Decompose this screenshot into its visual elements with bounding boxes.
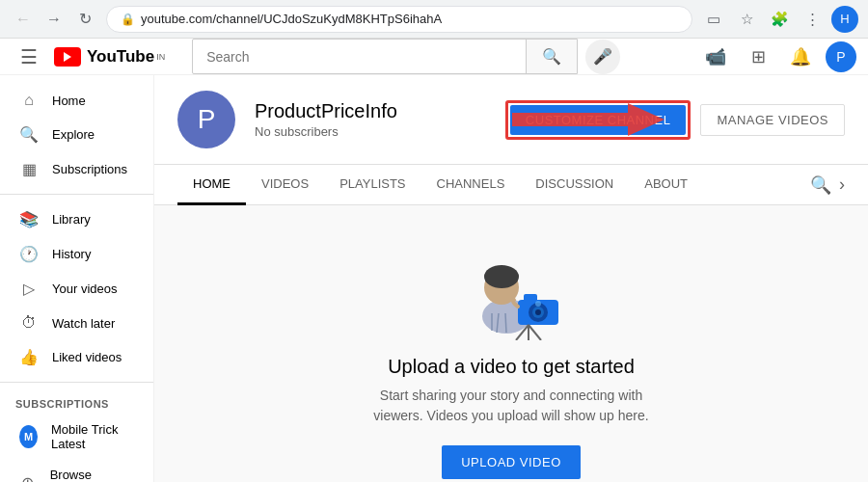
top-nav-right: 📹 ⊞ 🔔 P — [698, 40, 856, 74]
top-nav-left: ☰ YouTubeIN — [12, 40, 165, 74]
notifications-button[interactable]: 🔔 — [783, 40, 818, 74]
sidebar-item-explore-label: Explore — [52, 127, 95, 142]
upload-title: Upload a video to get started — [388, 356, 635, 378]
sidebar-item-explore[interactable]: 🔍 Explore — [4, 118, 149, 151]
svg-point-15 — [535, 301, 541, 307]
sidebar-item-watch-later-label: Watch later — [52, 316, 115, 331]
channel-tabs: HOME VIDEOS PLAYLISTS CHANNELS DISCUSSIO… — [154, 165, 868, 205]
watch-later-icon: ⏱ — [19, 314, 39, 332]
youtube-logo-icon — [54, 47, 81, 67]
lock-icon: 🔒 — [121, 13, 135, 26]
sidebar-item-liked-videos[interactable]: 👍 Liked videos — [4, 340, 149, 374]
subscriptions-section-title: SUBSCRIPTIONS — [0, 390, 153, 414]
search-input[interactable] — [193, 41, 526, 72]
user-profile-avatar[interactable]: P — [826, 41, 856, 72]
svg-marker-0 — [512, 103, 665, 136]
cast-button[interactable]: ▭ — [700, 6, 727, 33]
add-icon: ⊕ — [19, 473, 37, 483]
browser-chrome: ← → ↻ 🔒 youtube.com/channel/UCJdoSzuKydM… — [0, 0, 868, 39]
youtube-logo[interactable]: YouTubeIN — [54, 47, 165, 67]
your-videos-icon: ▷ — [19, 280, 39, 298]
sidebar-item-mobile-trick[interactable]: M Mobile Trick Latest — [4, 415, 149, 459]
app-body: ⌂ Home 🔍 Explore ▦ Subscriptions 📚 Libra… — [0, 75, 868, 482]
sidebar-item-browse-channels[interactable]: ⊕ Browse channels — [4, 460, 149, 482]
tab-videos[interactable]: VIDEOS — [246, 165, 324, 205]
search-area: 🔍 🎤 — [192, 39, 620, 74]
tab-more-icon[interactable]: › — [839, 174, 845, 195]
apps-button[interactable]: ⊞ — [741, 40, 775, 74]
browser-profile-avatar[interactable]: H — [831, 6, 858, 33]
channel-header: P ProductPriceInfo No subscribers CUSTOM… — [154, 75, 868, 165]
create-video-button[interactable]: 📹 — [698, 40, 733, 74]
sidebar-item-your-videos-label: Your videos — [52, 281, 117, 296]
svg-line-11 — [529, 325, 541, 340]
channel-actions: CUSTOMIZE CHANNEL MANAGE VIDEOS — [505, 100, 845, 140]
address-bar[interactable]: 🔒 youtube.com/channel/UCJdoSzuKydM8KHTpS… — [106, 6, 692, 33]
channel-subscribers: No subscribers — [255, 124, 486, 139]
reload-button[interactable]: ↻ — [71, 6, 98, 33]
sidebar-item-subscriptions-label: Subscriptions — [52, 162, 127, 176]
youtube-logo-super: IN — [156, 52, 165, 62]
top-navigation: ☰ YouTubeIN 🔍 🎤 📹 ⊞ 🔔 P — [0, 39, 868, 75]
sidebar-item-home-label: Home — [52, 94, 86, 108]
upload-illustration — [448, 244, 574, 340]
subscriptions-icon: ▦ — [19, 160, 39, 178]
sidebar-item-history-label: History — [52, 247, 91, 261]
tab-discussion[interactable]: DISCUSSION — [520, 165, 629, 205]
channel-avatar: P — [177, 91, 235, 148]
sidebar-item-library-label: Library — [52, 212, 91, 227]
browser-nav-buttons: ← → ↻ — [10, 6, 98, 33]
tab-playlists[interactable]: PLAYLISTS — [324, 165, 420, 205]
search-button[interactable]: 🔍 — [526, 40, 577, 73]
svg-point-8 — [535, 309, 541, 315]
svg-rect-5 — [524, 294, 537, 302]
channel-info: ProductPriceInfo No subscribers — [255, 100, 486, 139]
sidebar-divider-2 — [0, 382, 153, 383]
home-icon: ⌂ — [19, 92, 39, 109]
sidebar-item-browse-channels-label: Browse channels — [50, 468, 134, 482]
sidebar-item-subscriptions[interactable]: ▦ Subscriptions — [4, 152, 149, 186]
menu-button[interactable]: ⋮ — [799, 6, 826, 33]
mic-button[interactable]: 🎤 — [585, 40, 620, 74]
app-wrapper: ☰ YouTubeIN 🔍 🎤 📹 ⊞ 🔔 P ⌂ Home — [0, 39, 868, 482]
tab-search-icon[interactable]: 🔍 — [810, 174, 831, 196]
url-text: youtube.com/channel/UCJdoSzuKydM8KHTpS6i… — [141, 12, 442, 26]
svg-line-14 — [505, 313, 506, 333]
tab-channels[interactable]: CHANNELS — [421, 165, 521, 205]
sidebar-divider-1 — [0, 194, 153, 195]
extensions-button[interactable]: 🧩 — [766, 6, 793, 33]
main-content: P ProductPriceInfo No subscribers CUSTOM… — [154, 75, 868, 482]
tab-home[interactable]: HOME — [177, 165, 246, 205]
back-button[interactable]: ← — [10, 6, 37, 33]
sidebar-item-history[interactable]: 🕐 History — [4, 237, 149, 271]
channel-body: Upload a video to get started Start shar… — [154, 205, 868, 482]
sidebar-item-library[interactable]: 📚 Library — [4, 202, 149, 236]
upload-description: Start sharing your story and connecting … — [366, 386, 656, 426]
sidebar-item-mobile-trick-label: Mobile Trick Latest — [51, 422, 134, 451]
library-icon: 📚 — [19, 210, 39, 228]
liked-videos-icon: 👍 — [19, 348, 39, 366]
browser-actions: ▭ ☆ 🧩 ⋮ H — [700, 6, 858, 33]
sidebar-item-watch-later[interactable]: ⏱ Watch later — [4, 307, 149, 339]
search-bar: 🔍 — [192, 39, 578, 74]
tab-about[interactable]: ABOUT — [629, 165, 703, 205]
youtube-logo-text: YouTube — [87, 47, 154, 67]
forward-button[interactable]: → — [41, 6, 68, 33]
sidebar-item-liked-videos-label: Liked videos — [52, 350, 122, 364]
explore-icon: 🔍 — [19, 125, 39, 144]
channel-icon: M — [19, 425, 38, 448]
svg-point-3 — [484, 265, 519, 288]
sidebar: ⌂ Home 🔍 Explore ▦ Subscriptions 📚 Libra… — [0, 75, 154, 482]
manage-videos-button[interactable]: MANAGE VIDEOS — [700, 104, 845, 136]
upload-video-button[interactable]: UPLOAD VIDEO — [442, 445, 581, 479]
history-icon: 🕐 — [19, 245, 39, 263]
hamburger-menu-button[interactable]: ☰ — [12, 40, 46, 74]
sidebar-item-your-videos[interactable]: ▷ Your videos — [4, 272, 149, 306]
channel-name: ProductPriceInfo — [255, 100, 486, 122]
bookmark-button[interactable]: ☆ — [733, 6, 760, 33]
arrow-annotation — [512, 95, 666, 144]
sidebar-item-home[interactable]: ⌂ Home — [4, 84, 149, 117]
